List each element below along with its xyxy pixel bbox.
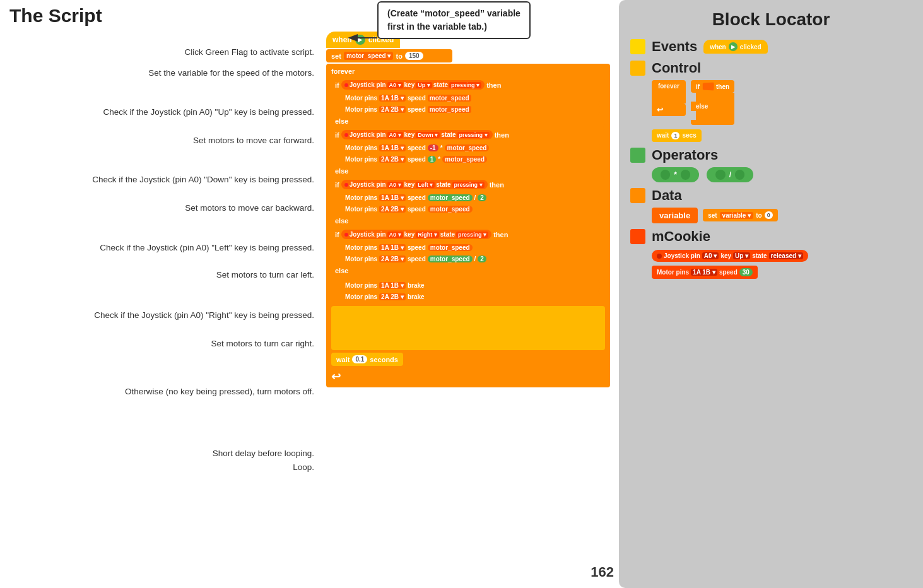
- loop-arrow: ↩: [326, 368, 610, 387]
- desc-move-backward: Set motors to move car backward.: [0, 203, 322, 213]
- block-locator-panel: Block Locator Events when ▶ clicked Cont…: [619, 0, 923, 588]
- events-label: Events: [652, 38, 697, 55]
- motor-right-1: Motor pins 1A 1B ▾ speed motor_speed: [341, 242, 600, 253]
- desc-check-up: Check if the Joystick (pin A0) "Up" key …: [0, 107, 322, 117]
- control-label: Control: [652, 60, 701, 76]
- block-locator-title: Block Locator: [630, 9, 912, 30]
- desc-delay: Short delay before looping.: [0, 449, 322, 458]
- if-then-bl: if then else: [691, 80, 734, 125]
- joystick-pin-bl: Joystick pin A0 ▾ key Up ▾ state release…: [652, 250, 808, 262]
- motor-forward-1: Motor pins 1A 1B ▾ speed motor_speed: [341, 93, 600, 103]
- forever-block-outer: forever if Joystick pin A0 ▾ key Up ▾ st…: [326, 64, 610, 387]
- variable-bl: variable: [652, 208, 698, 223]
- motor-left-1: Motor pins 1A 1B ▾ speed motor_speed / 2: [341, 192, 600, 203]
- data-label: Data: [652, 187, 682, 204]
- operators-label: Operators: [652, 147, 718, 163]
- joystick-right-condition: Joystick pin A0 ▾ key Right ▾ state pres…: [341, 230, 491, 239]
- bl-control-section: Control forever ↩ if then else: [630, 60, 912, 142]
- mcookie-label: mCookie: [652, 228, 710, 245]
- desc-check-right: Check if the Joystick (pin A0) "Right" k…: [0, 310, 322, 320]
- motor-forward-2: Motor pins 2A 2B ▾ speed motor_speed: [341, 104, 600, 115]
- bl-mcookie-section: mCookie Joystick pin A0 ▾ key Up ▾ state…: [630, 228, 912, 279]
- motor-backward-2: Motor pins 2A 2B ▾ speed 1 * motor_speed: [341, 154, 600, 165]
- desc-check-down: Check if the Joystick (pin A0) "Down" ke…: [0, 175, 322, 184]
- bl-events-section: Events when ▶ clicked: [630, 38, 912, 55]
- scratch-script: when ▶ clicked set motor_speed ▾ to 150 …: [326, 32, 613, 388]
- desc-motors-off: Otherwise (no key being pressed), turn m…: [0, 387, 322, 396]
- motor-pins-bl: Motor pins 1A 1B ▾ speed 30: [652, 266, 758, 279]
- motor-brake-1: Motor pins 1A 1B ▾ brake: [341, 280, 600, 291]
- joystick-left-condition: Joystick pin A0 ▾ key Left ▾ state press…: [341, 180, 488, 189]
- mcookie-color-box: [630, 229, 645, 244]
- desc-move-forward: Set motors to move car forward.: [0, 136, 322, 145]
- desc-turn-right: Set motors to turn car right.: [0, 339, 322, 348]
- when-clicked-bl: when ▶ clicked: [703, 40, 767, 54]
- wait-bl: wait 1 secs: [652, 129, 702, 142]
- wait-block: wait 0.1 seconds: [331, 353, 403, 366]
- control-color-box: [630, 61, 645, 76]
- page-number: 162: [591, 564, 614, 580]
- desc-turn-left: Set motors to turn car left.: [0, 270, 322, 279]
- bl-operators-section: Operators * /: [630, 147, 912, 182]
- forever-bl: forever ↩: [652, 80, 686, 116]
- joystick-down-condition: Joystick pin A0 ▾ key Down ▾ state press…: [341, 130, 493, 139]
- motor-brake-2: Motor pins 2A 2B ▾ brake: [341, 291, 600, 302]
- desc-click-flag: Click Green Flag to activate script.: [0, 47, 322, 57]
- motor-right-2: Motor pins 2A 2B ▾ speed motor_speed / 2: [341, 254, 600, 264]
- operators-color-box: [630, 148, 645, 163]
- desc-loop: Loop.: [0, 462, 322, 472]
- events-color-box: [630, 39, 645, 54]
- bl-data-section: Data variable set variable ▾ to 0: [630, 187, 912, 223]
- set-variable-bl: set variable ▾ to 0: [703, 209, 778, 221]
- motor-backward-1: Motor pins 1A 1B ▾ speed -1 * motor_spee…: [341, 143, 600, 153]
- set-motor-speed-block: set motor_speed ▾ to 150: [326, 49, 452, 62]
- divide-bl: /: [707, 167, 753, 182]
- joystick-up-condition: Joystick pin A0 ▾ key Up ▾ state pressin…: [341, 80, 485, 90]
- multiply-bl: *: [652, 167, 699, 182]
- motor-left-2: Motor pins 2A 2B ▾ speed motor_speed: [341, 204, 600, 215]
- desc-set-speed: Set the variable for the speed of the mo…: [0, 68, 322, 78]
- data-color-box: [630, 188, 645, 203]
- desc-check-left: Check if the Joystick (pin A0) "Left" ke…: [0, 243, 322, 252]
- page-title: The Script: [9, 5, 102, 26]
- callout-box: (Create “motor_speed” variable first in …: [377, 1, 531, 39]
